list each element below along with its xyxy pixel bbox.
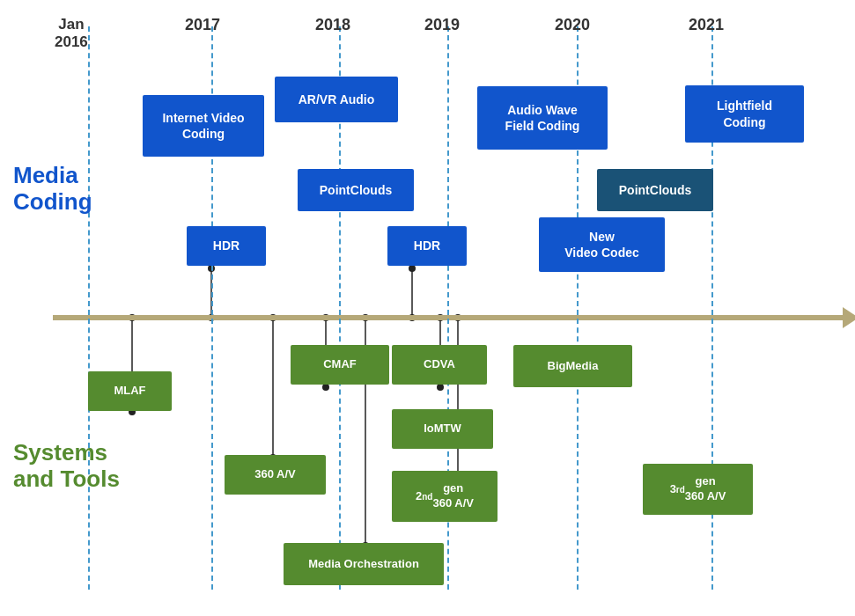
year-2017: 2017	[185, 16, 220, 34]
section-label-media-coding: MediaCoding	[13, 163, 128, 216]
iomtw-box: IoMTW	[392, 409, 493, 449]
year-2019: 2019	[424, 16, 460, 34]
ar-vr-audio-box: AR/VR Audio	[275, 77, 398, 122]
360av-2nd-box: 2nd gen360 A/V	[392, 471, 498, 522]
section-label-systems-tools: Systemsand Tools	[13, 440, 128, 493]
mlaf-box: MLAF	[88, 371, 172, 411]
360av-2017-box: 360 A/V	[225, 455, 326, 495]
hdr-right-box: HDR	[387, 226, 467, 266]
timeline-canvas: Jan2016 2017 2018 2019 2020 2021 MediaCo…	[0, 0, 855, 616]
lightfield-coding-box: LightfieldCoding	[685, 85, 804, 143]
pointclouds-blue-box: PointClouds	[298, 169, 414, 211]
360av-3rd-box: 3rd gen360 A/V	[643, 464, 753, 515]
cdva-box: CDVA	[392, 345, 487, 385]
dot-cmaf-box	[322, 384, 329, 391]
media-orchestration-box: Media Orchestration	[284, 543, 444, 585]
internet-video-coding-box: Internet VideoCoding	[143, 95, 264, 157]
pointclouds-teal-box: PointClouds	[597, 169, 713, 211]
year-2021: 2021	[689, 16, 724, 34]
year-2018: 2018	[315, 16, 350, 34]
hdr-left-box: HDR	[187, 226, 266, 266]
dot-cdva-box	[437, 384, 444, 391]
cmaf-box: CMAF	[291, 345, 389, 385]
new-video-codec-box: NewVideo Codec	[539, 217, 665, 272]
bigmedia-box: BigMedia	[513, 345, 632, 387]
audio-wave-field-box: Audio WaveField Coding	[477, 86, 608, 150]
dot-hdr-2019-box	[409, 265, 416, 272]
year-2020: 2020	[555, 16, 590, 34]
dashed-line-2016	[88, 26, 90, 590]
timeline-arrow	[53, 315, 846, 320]
year-2016: Jan2016	[55, 16, 88, 52]
